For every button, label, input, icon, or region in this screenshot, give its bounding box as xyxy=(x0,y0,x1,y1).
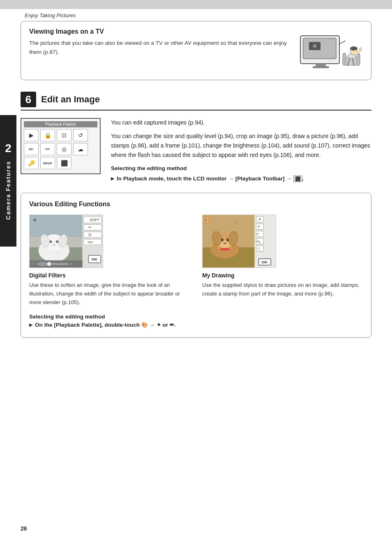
palette-cell-edit3: ◎ xyxy=(57,143,71,155)
my-drawing-image: ♪ 🎨 ✕ ∧ P My xyxy=(202,215,276,268)
palette-row-1: ▶ 🔒 ⊡ ↺ xyxy=(24,129,97,141)
digital-filters-title: Digital Filters xyxy=(29,272,190,279)
tv-svg xyxy=(298,28,362,73)
svg-text:◇: ◇ xyxy=(258,246,261,251)
svg-line-7 xyxy=(339,41,346,44)
sidebar-number: 2 xyxy=(5,142,12,155)
palette-grid: Playback Palette ▶ 🔒 ⊡ ↺ ✏ ✂ ◎ ☁ 🔑 xyxy=(21,118,101,174)
svg-point-23 xyxy=(49,240,52,243)
svg-text:H/V: H/V xyxy=(88,240,93,244)
svg-text:🎨: 🎨 xyxy=(204,217,212,224)
edit-body: Playback Palette ▶ 🔒 ⊡ ↺ ✏ ✂ ◎ ☁ 🔑 xyxy=(21,118,371,183)
svg-rect-3 xyxy=(313,66,329,68)
section-header: 6 Edit an Image xyxy=(21,92,371,111)
section-title: Edit an Image xyxy=(41,94,100,105)
viewing-images-box: Viewing Images on a TV The pictures that… xyxy=(21,21,371,80)
svg-text:✏: ✏ xyxy=(88,226,92,230)
palette-cell-edit4: ☁ xyxy=(73,143,88,155)
my-drawing-title: My Drawing xyxy=(202,272,363,279)
edit-description: You can edit captured images (p.94). You… xyxy=(111,118,371,183)
section-number: 6 xyxy=(21,92,36,107)
svg-rect-56 xyxy=(221,248,230,250)
svg-rect-10 xyxy=(357,53,360,65)
svg-rect-34 xyxy=(84,232,102,238)
svg-point-13 xyxy=(350,46,357,51)
svg-text:⊡: ⊡ xyxy=(88,233,92,237)
page-number: 26 xyxy=(21,525,27,532)
my-drawing-item: ♪ 🎨 ✕ ∧ P My xyxy=(202,215,363,307)
palette-cell-key: 🔑 xyxy=(24,157,39,169)
svg-text:«: « xyxy=(31,262,34,266)
palette-cell-edit1: ✏ xyxy=(24,143,39,155)
svg-point-43 xyxy=(47,262,51,266)
palette-title-bar: Playback Palette xyxy=(24,121,97,127)
svg-point-53 xyxy=(223,242,226,245)
svg-text:OK: OK xyxy=(261,260,268,265)
edit-desc-p2: You can change the size and quality leve… xyxy=(111,132,371,160)
various-editing-box: Various Editing Functions xyxy=(21,193,371,338)
svg-text:♪: ♪ xyxy=(234,217,238,226)
digital-filters-desc: Use these to soften an image, give the i… xyxy=(29,281,190,307)
svg-text:✦: ✦ xyxy=(32,217,37,224)
svg-text:∧: ∧ xyxy=(258,224,261,229)
viewing-box-title: Viewing Images on a TV xyxy=(29,28,289,35)
palette-cell-resize: ⊡ xyxy=(57,129,71,141)
svg-text:✕: ✕ xyxy=(258,217,261,222)
digital-filters-item: ✦ SOFT ✏ ⊡ H/V OK xyxy=(29,215,190,307)
palette-cell-dpof: DPOF xyxy=(40,157,55,169)
digital-filter-image: ✦ SOFT ✏ ⊡ H/V OK xyxy=(29,215,103,268)
svg-text:»: » xyxy=(70,262,73,266)
svg-text:OK: OK xyxy=(91,257,98,262)
sidebar-text: Camera Features xyxy=(5,161,12,220)
top-bar xyxy=(0,0,392,9)
svg-point-15 xyxy=(360,48,362,51)
svg-text:SOFT: SOFT xyxy=(90,218,99,222)
svg-text:My: My xyxy=(257,240,261,243)
viewing-box-desc: The pictures that you take can also be v… xyxy=(29,39,289,56)
svg-rect-32 xyxy=(84,225,102,231)
tv-illustration xyxy=(297,28,363,73)
svg-rect-9 xyxy=(343,53,346,65)
breadcrumb: Enjoy Taking Pictures xyxy=(0,9,392,21)
selecting-method-bottom: Selecting the editing method On the [Pla… xyxy=(29,314,363,330)
svg-text:P: P xyxy=(257,232,259,236)
svg-point-25 xyxy=(52,244,56,246)
svg-rect-2 xyxy=(316,64,326,66)
selecting-method-title: Selecting the editing method xyxy=(111,164,371,173)
playback-palette: Playback Palette ▶ 🔒 ⊡ ↺ ✏ ✂ ◎ ☁ 🔑 xyxy=(21,118,103,183)
svg-rect-44 xyxy=(39,262,47,266)
palette-cell-edit2: ✂ xyxy=(40,143,55,155)
palette-row-3: 🔑 DPOF ⬛ xyxy=(24,157,97,169)
palette-cell-extra: ⬛ xyxy=(57,157,71,169)
selecting-method: Selecting the editing method In Playback… xyxy=(111,164,371,183)
palette-row-2: ✏ ✂ ◎ ☁ xyxy=(24,143,97,155)
my-drawing-svg: ♪ 🎨 ✕ ∧ P My xyxy=(203,215,276,268)
selecting-method-step: In Playback mode, touch the LCD monitor … xyxy=(111,174,371,183)
my-drawing-desc: Use the supplied stylus to draw pictures… xyxy=(202,281,363,298)
sidebar: 2 Camera Features xyxy=(0,115,16,247)
edit-desc-p1: You can edit captured images (p.94). xyxy=(111,118,371,127)
svg-point-24 xyxy=(56,240,58,243)
svg-rect-19 xyxy=(30,215,83,237)
palette-cell-protect: 🔒 xyxy=(40,129,55,141)
svg-point-6 xyxy=(314,45,316,47)
selecting-method-bottom-step: On the [Playback Palette], double-touch … xyxy=(29,321,363,330)
digital-filter-svg: ✦ SOFT ✏ ⊡ H/V OK xyxy=(30,215,103,268)
editing-functions-grid: ✦ SOFT ✏ ⊡ H/V OK xyxy=(29,215,363,307)
selecting-method-bottom-title: Selecting the editing method xyxy=(29,314,363,320)
viewing-box-text: Viewing Images on a TV The pictures that… xyxy=(29,28,289,56)
various-editing-title: Various Editing Functions xyxy=(29,201,363,208)
palette-cell-play: ▶ xyxy=(24,129,39,141)
palette-cell-rotate: ↺ xyxy=(73,129,88,141)
